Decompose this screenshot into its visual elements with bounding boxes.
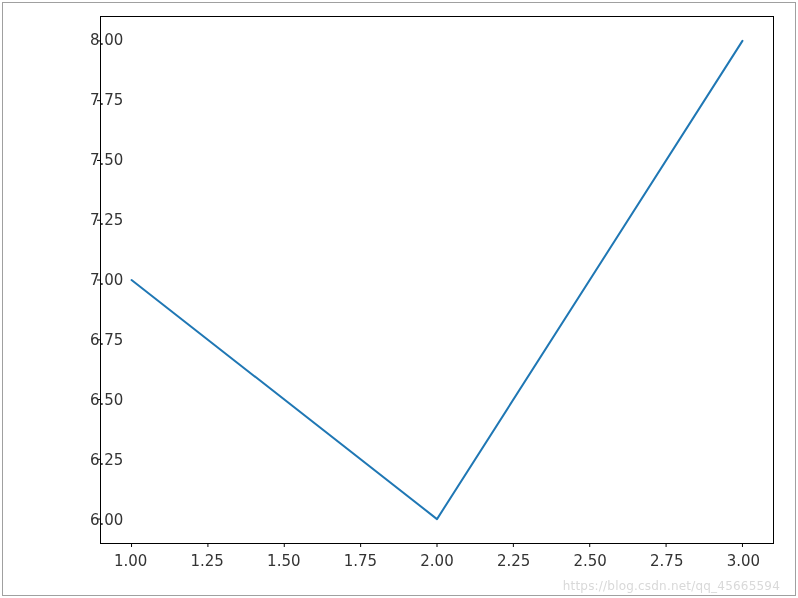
line-series xyxy=(101,17,773,543)
x-tick-label: 2.25 xyxy=(497,552,530,570)
x-tick-label: 2.50 xyxy=(573,552,606,570)
y-axis-tick-labels: 6.006.256.506.757.007.257.507.758.00 xyxy=(0,16,90,544)
data-line xyxy=(132,41,743,519)
x-tick-label: 1.75 xyxy=(344,552,377,570)
x-tick-label: 1.00 xyxy=(114,552,147,570)
x-tick-label: 1.25 xyxy=(191,552,224,570)
plot-area xyxy=(100,16,774,544)
x-tick-label: 3.00 xyxy=(727,552,760,570)
x-axis-tick-labels: 1.001.251.501.752.002.252.502.753.00 xyxy=(100,552,774,576)
x-tick-label: 2.75 xyxy=(650,552,683,570)
x-tick-label: 2.00 xyxy=(420,552,453,570)
x-tick-label: 1.50 xyxy=(267,552,300,570)
